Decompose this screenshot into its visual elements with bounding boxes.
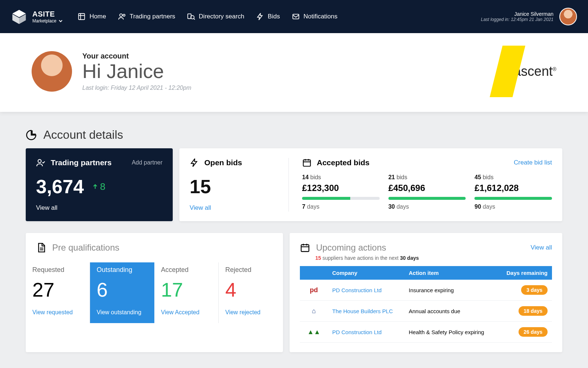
calendar-icon xyxy=(302,158,312,167)
view-requested-link[interactable]: View requested xyxy=(32,309,83,316)
pq-requested-num: 27 xyxy=(32,278,83,301)
action-item: Annual accounts due xyxy=(404,301,497,322)
hero: Your account Hi Janice Last login: Frida… xyxy=(0,33,588,112)
open-bids-title: Open bids xyxy=(204,158,242,167)
bolt-icon xyxy=(190,158,199,167)
action-item: Insurance expiring xyxy=(404,280,497,301)
user-name: Janice Silverman xyxy=(481,11,553,17)
accepted-bids-title: Accepted bids xyxy=(317,158,370,167)
trading-partners-count: 3,674 xyxy=(36,176,84,198)
pq-accepted[interactable]: Accepted 17 View Accepted xyxy=(154,262,219,323)
accepted-amount-2: £1,612,028 xyxy=(474,183,552,193)
company-logo-icon: ▲▲ xyxy=(304,327,323,337)
days-pill: 3 days xyxy=(521,285,548,295)
nav-trading-partners-label: Trading partners xyxy=(130,13,175,20)
topbar-user[interactable]: Janice Silverman Last logged in: 12:45pm… xyxy=(481,8,577,25)
nav-home-label: Home xyxy=(89,13,106,20)
brand-sub: Marketplace xyxy=(32,18,56,24)
nav-directory-search[interactable]: Directory search xyxy=(187,13,244,21)
pq-requested[interactable]: Requested 27 View requested xyxy=(26,262,90,323)
company-logo-icon: pd xyxy=(304,285,323,295)
pq-title: Pre qualifications xyxy=(52,243,119,253)
partners-icon xyxy=(36,158,46,167)
action-item: Health & Safety Policy expiring xyxy=(404,322,497,343)
view-accepted-link[interactable]: View Accepted xyxy=(161,309,212,316)
svg-point-5 xyxy=(123,14,125,17)
pie-icon xyxy=(26,130,37,141)
table-row[interactable]: ▲▲ PD Construction Ltd Health & Safety P… xyxy=(300,322,552,343)
pq-rejected[interactable]: Rejected 4 View rejected xyxy=(219,262,283,323)
create-bid-list-link[interactable]: Create bid list xyxy=(514,159,552,166)
search-icon xyxy=(187,13,195,21)
bolt-icon xyxy=(256,13,264,21)
section-title: Account details xyxy=(43,128,123,142)
section-account-details: Account details xyxy=(26,128,562,142)
calendar-icon xyxy=(300,243,310,253)
th-company: Company xyxy=(328,266,404,280)
add-partner-link[interactable]: Add partner xyxy=(132,159,162,166)
days-pill: 26 days xyxy=(519,327,548,337)
brand[interactable]: ASITE Marketplace xyxy=(11,8,63,25)
pre-qualifications-card: Pre qualifications Requested 27 View req… xyxy=(26,233,283,352)
avatar[interactable] xyxy=(559,8,577,25)
nav-notifications-label: Notifications xyxy=(304,13,338,20)
accepted-amount-0: £123,300 xyxy=(302,183,380,193)
bids-card: Open bids 15 View all Accepted bids Crea… xyxy=(179,148,562,221)
card-title: Trading partners xyxy=(51,158,112,167)
nav-trading-partners[interactable]: Trading partners xyxy=(118,13,175,21)
accepted-col-90days: 45 bids £1,612,028 90 days xyxy=(474,174,552,210)
user-last-login-top: Last logged in: 12:45pm 21 Jan 2021 xyxy=(481,17,553,22)
view-outstanding-link[interactable]: View outstanding xyxy=(97,309,148,316)
brand-name: ASITE xyxy=(32,10,63,18)
company-link[interactable]: The House Builders PLC xyxy=(332,308,393,314)
upcoming-subtitle: 15 suppliers have actions in the next 30… xyxy=(315,255,552,261)
accepted-col-7days: 14 bids £123,300 7 days xyxy=(302,174,380,210)
arrow-up-icon xyxy=(92,183,98,190)
svg-rect-10 xyxy=(303,160,311,166)
upcoming-title: Upcoming actions xyxy=(316,243,386,253)
hero-greeting: Hi Janice xyxy=(82,60,191,82)
main-nav: Home Trading partners Directory search B… xyxy=(78,13,337,21)
trading-partners-delta: 8 xyxy=(92,181,105,192)
accepted-col-30days: 21 bids £450,696 30 days xyxy=(388,174,466,210)
topbar: ASITE Marketplace Home Trading partners … xyxy=(0,0,588,33)
table-row[interactable]: pd PD Construction Ltd Insurance expirin… xyxy=(300,280,552,301)
mail-icon xyxy=(292,13,300,21)
nav-bids[interactable]: Bids xyxy=(256,13,280,21)
nav-notifications[interactable]: Notifications xyxy=(292,13,338,21)
view-all-open-bids-link[interactable]: View all xyxy=(190,204,211,212)
open-bids-count: 15 xyxy=(190,176,211,198)
hero-eyebrow: Your account xyxy=(82,52,191,60)
pq-accepted-num: 17 xyxy=(161,278,212,301)
chevron-down-icon[interactable] xyxy=(58,19,63,23)
upcoming-actions-card: Upcoming actions View all 15 suppliers h… xyxy=(290,233,562,352)
partners-icon xyxy=(118,13,126,21)
th-remaining: Days remaining xyxy=(497,266,552,280)
view-all-partners-link[interactable]: View all xyxy=(36,204,57,212)
pq-outstanding-num: 6 xyxy=(97,278,148,301)
company-link[interactable]: PD Construction Ltd xyxy=(332,329,381,335)
table-row[interactable]: ⌂ The House Builders PLC Annual accounts… xyxy=(300,301,552,322)
company-logo-icon: ⌂ xyxy=(304,306,323,316)
home-icon xyxy=(78,13,86,21)
svg-rect-11 xyxy=(301,245,309,252)
view-all-upcoming-link[interactable]: View all xyxy=(531,244,552,251)
th-action: Action item xyxy=(404,266,497,280)
document-icon xyxy=(36,243,46,253)
pq-rejected-num: 4 xyxy=(225,278,276,301)
upcoming-table: Company Action item Days remaining pd PD… xyxy=(300,266,552,343)
brand-cube-icon xyxy=(11,8,27,25)
svg-rect-8 xyxy=(293,14,299,19)
pq-outstanding[interactable]: Outstanding 6 View outstanding xyxy=(90,262,154,323)
company-link[interactable]: PD Construction Ltd xyxy=(332,287,381,293)
trading-partners-card: Trading partners Add partner 3,674 8 Vie… xyxy=(26,148,173,221)
nav-bids-label: Bids xyxy=(268,13,280,20)
svg-rect-3 xyxy=(79,14,85,20)
view-rejected-link[interactable]: View rejected xyxy=(225,309,276,316)
svg-point-4 xyxy=(119,14,122,17)
nav-directory-search-label: Directory search xyxy=(199,13,244,20)
company-logo-r: ® xyxy=(553,66,556,72)
nav-home[interactable]: Home xyxy=(78,13,106,21)
company-logo: ascent® xyxy=(496,46,556,97)
svg-point-9 xyxy=(38,159,41,163)
